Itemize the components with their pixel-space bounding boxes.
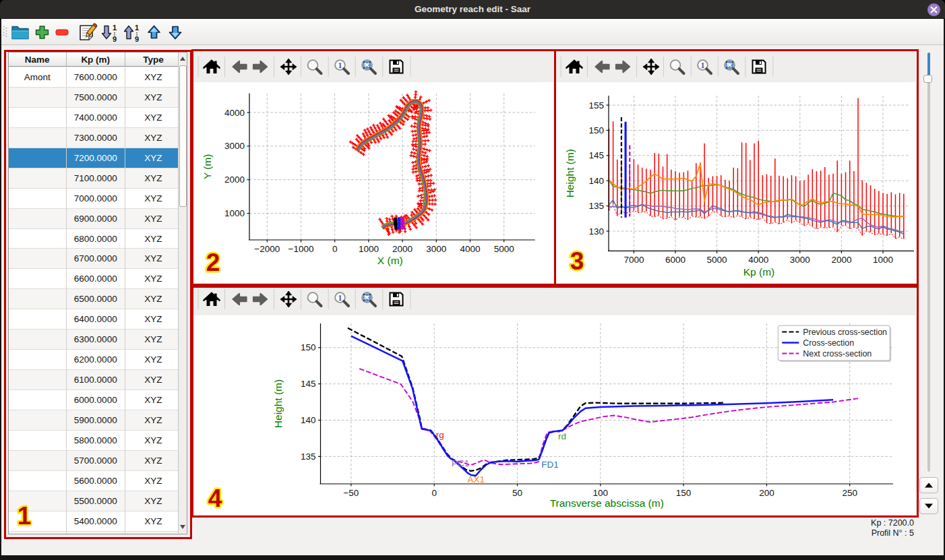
svg-text:130: 130	[588, 226, 604, 236]
svg-text:3: 3	[570, 247, 584, 275]
svg-text:1000: 1000	[872, 254, 892, 264]
svg-text:145: 145	[588, 150, 604, 160]
svg-text:200: 200	[759, 488, 774, 498]
svg-text:Kp (m): Kp (m)	[743, 266, 774, 278]
svg-text:rd: rd	[557, 431, 566, 441]
svg-text:1: 1	[338, 61, 342, 70]
svg-text:2000: 2000	[831, 254, 851, 264]
svg-text:Previous cross-section: Previous cross-section	[803, 328, 887, 337]
svg-text:1000: 1000	[224, 208, 244, 218]
svg-text:140: 140	[300, 415, 315, 425]
svg-text:0: 0	[431, 488, 437, 498]
svg-text:1000: 1000	[358, 243, 378, 253]
svg-text:4: 4	[208, 485, 222, 512]
svg-text:Next cross-section: Next cross-section	[803, 349, 872, 359]
svg-text:135: 135	[588, 201, 604, 211]
svg-text:rg: rg	[435, 430, 444, 440]
svg-text:3000: 3000	[224, 141, 244, 151]
svg-text:150: 150	[588, 125, 604, 135]
svg-text:1: 1	[18, 502, 32, 530]
svg-text:3000: 3000	[789, 254, 810, 264]
svg-text:PC1: PC1	[452, 458, 469, 468]
svg-text:3000: 3000	[426, 243, 446, 253]
svg-text:1: 1	[700, 61, 704, 70]
svg-text:X (m): X (m)	[377, 254, 402, 266]
svg-text:FD1: FD1	[541, 460, 559, 470]
svg-text:155: 155	[588, 100, 604, 110]
svg-text:250: 250	[842, 488, 857, 498]
svg-text:150: 150	[675, 488, 691, 498]
svg-text:Cross-section: Cross-section	[803, 338, 854, 348]
svg-text:5000: 5000	[493, 243, 514, 253]
svg-text:Y (m): Y (m)	[201, 154, 212, 179]
svg-text:7000: 7000	[623, 254, 644, 264]
svg-text:Height (m): Height (m)	[272, 379, 284, 428]
svg-text:1: 1	[135, 24, 139, 32]
svg-text:AX1: AX1	[467, 474, 485, 485]
svg-text:135: 135	[300, 452, 315, 462]
svg-text:4000: 4000	[224, 107, 244, 117]
svg-text:5000: 5000	[706, 254, 727, 264]
svg-text:9: 9	[135, 35, 139, 43]
svg-text:145: 145	[300, 379, 315, 389]
svg-text:0: 0	[332, 243, 337, 253]
svg-text:150: 150	[300, 342, 315, 352]
svg-text:−1000: −1000	[288, 243, 313, 253]
svg-text:Transverse abscissa (m): Transverse abscissa (m)	[549, 497, 663, 509]
svg-text:4000: 4000	[460, 243, 480, 253]
svg-text:Height (m): Height (m)	[563, 149, 575, 197]
svg-text:1: 1	[113, 24, 117, 32]
svg-text:6000: 6000	[665, 254, 685, 264]
svg-text:2000: 2000	[392, 243, 413, 253]
svg-text:50: 50	[512, 488, 522, 498]
svg-text:2000: 2000	[224, 175, 244, 185]
svg-text:140: 140	[588, 175, 604, 185]
svg-text:−50: −50	[343, 488, 359, 498]
svg-text:9: 9	[113, 35, 117, 43]
svg-text:1: 1	[338, 293, 342, 303]
svg-text:100: 100	[592, 488, 608, 498]
svg-text:2: 2	[206, 249, 220, 276]
svg-text:−2000: −2000	[254, 243, 280, 253]
svg-text:4000: 4000	[748, 254, 768, 264]
